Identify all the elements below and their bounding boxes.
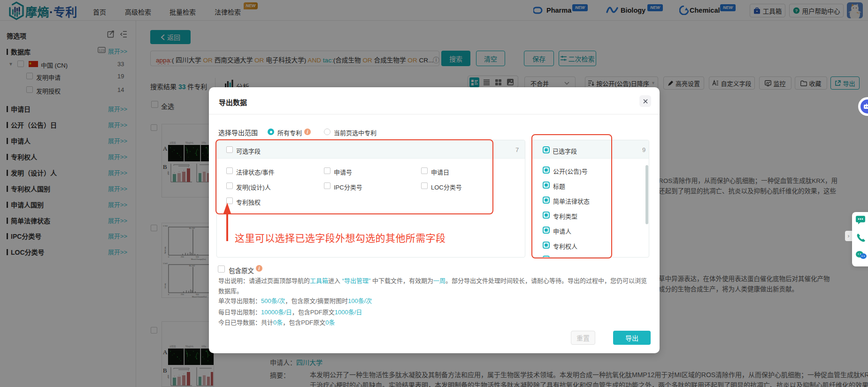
svg-text:i: i <box>259 266 260 271</box>
svg-text:i: i <box>307 129 308 135</box>
